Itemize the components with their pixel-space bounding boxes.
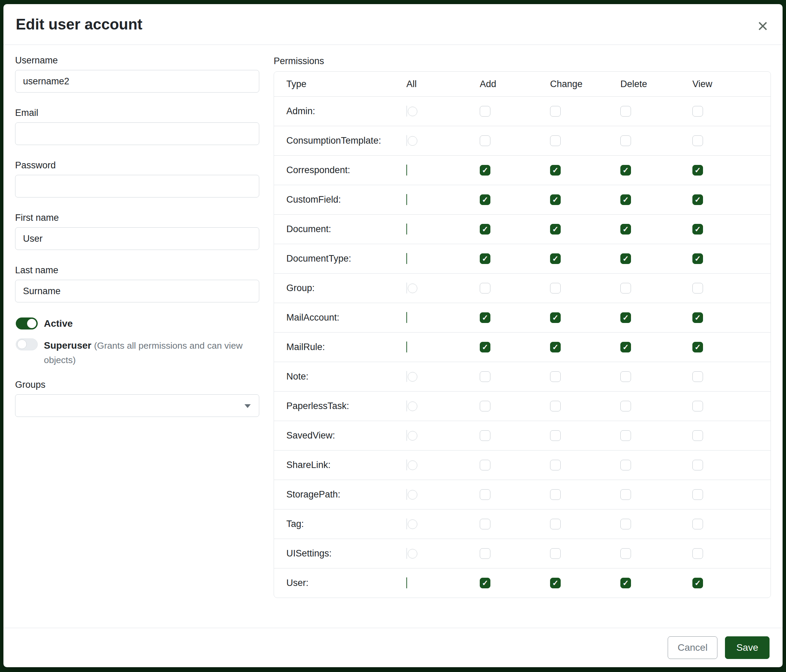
cancel-button[interactable]: Cancel bbox=[668, 636, 717, 659]
email-field[interactable] bbox=[15, 122, 259, 145]
permission-add-checkbox[interactable]: ✓ bbox=[480, 578, 490, 588]
permission-change-checkbox[interactable] bbox=[550, 489, 561, 500]
permission-add-checkbox[interactable] bbox=[480, 283, 490, 294]
permission-delete-checkbox[interactable]: ✓ bbox=[620, 578, 631, 588]
superuser-toggle[interactable] bbox=[16, 338, 38, 350]
permission-view-checkbox[interactable]: ✓ bbox=[692, 342, 703, 352]
permission-view-checkbox[interactable] bbox=[692, 489, 703, 500]
permission-delete-checkbox[interactable]: ✓ bbox=[620, 224, 631, 234]
permission-change-checkbox[interactable]: ✓ bbox=[550, 253, 561, 264]
permission-change-checkbox[interactable] bbox=[550, 106, 561, 116]
permission-all-toggle[interactable] bbox=[406, 489, 407, 500]
permission-add-checkbox[interactable] bbox=[480, 106, 490, 116]
permission-delete-checkbox[interactable] bbox=[620, 135, 631, 146]
permission-change-checkbox[interactable] bbox=[550, 430, 561, 441]
permission-delete-checkbox[interactable] bbox=[620, 519, 631, 529]
permission-view-checkbox[interactable] bbox=[692, 371, 703, 382]
permission-all-toggle[interactable] bbox=[406, 312, 407, 323]
permission-delete-checkbox[interactable]: ✓ bbox=[620, 312, 631, 323]
permission-view-checkbox[interactable] bbox=[692, 283, 703, 294]
permission-change-checkbox[interactable]: ✓ bbox=[550, 342, 561, 352]
permission-view-checkbox[interactable] bbox=[692, 106, 703, 116]
permission-delete-checkbox[interactable] bbox=[620, 106, 631, 116]
username-input[interactable] bbox=[15, 70, 259, 93]
permission-all-toggle[interactable] bbox=[406, 341, 407, 352]
permission-all-toggle[interactable] bbox=[406, 371, 407, 382]
permission-delete-checkbox[interactable]: ✓ bbox=[620, 253, 631, 264]
permission-add-checkbox[interactable]: ✓ bbox=[480, 312, 490, 323]
permission-all-toggle[interactable] bbox=[406, 283, 407, 294]
permission-change-checkbox[interactable]: ✓ bbox=[550, 195, 561, 205]
permission-add-checkbox[interactable] bbox=[480, 401, 490, 411]
permission-all-toggle[interactable] bbox=[406, 518, 407, 529]
first-name-field[interactable] bbox=[15, 227, 259, 250]
permission-view-checkbox[interactable] bbox=[692, 519, 703, 529]
permission-add-checkbox[interactable] bbox=[480, 519, 490, 529]
save-button[interactable]: Save bbox=[725, 636, 770, 659]
permission-all-toggle[interactable] bbox=[406, 223, 407, 234]
permission-view-checkbox[interactable]: ✓ bbox=[692, 578, 703, 588]
permission-all-toggle[interactable] bbox=[406, 400, 407, 411]
permission-view-checkbox[interactable] bbox=[692, 401, 703, 411]
permission-change-checkbox[interactable] bbox=[550, 283, 561, 294]
permission-all-toggle[interactable] bbox=[406, 430, 407, 441]
permission-add-checkbox[interactable] bbox=[480, 460, 490, 470]
permission-view-checkbox[interactable]: ✓ bbox=[692, 195, 703, 205]
permission-view-checkbox[interactable]: ✓ bbox=[692, 165, 703, 176]
toggle-knob bbox=[408, 136, 417, 146]
permission-delete-checkbox[interactable] bbox=[620, 489, 631, 500]
permission-change-checkbox[interactable] bbox=[550, 460, 561, 470]
permission-delete-checkbox[interactable] bbox=[620, 430, 631, 441]
permission-change-checkbox[interactable] bbox=[550, 371, 561, 382]
permission-add-checkbox[interactable]: ✓ bbox=[480, 224, 490, 234]
permission-add-checkbox[interactable] bbox=[480, 430, 490, 441]
groups-select[interactable] bbox=[15, 394, 259, 417]
permission-add-checkbox[interactable]: ✓ bbox=[480, 253, 490, 264]
permission-view-checkbox[interactable]: ✓ bbox=[692, 312, 703, 323]
permission-all-toggle[interactable] bbox=[406, 194, 407, 205]
permission-add-checkbox[interactable] bbox=[480, 371, 490, 382]
permission-change-checkbox[interactable] bbox=[550, 401, 561, 411]
permission-view-checkbox[interactable] bbox=[692, 460, 703, 470]
last-name-field[interactable] bbox=[15, 280, 259, 302]
permission-all-toggle[interactable] bbox=[406, 253, 407, 264]
permission-delete-checkbox[interactable] bbox=[620, 283, 631, 294]
permission-add-checkbox[interactable]: ✓ bbox=[480, 195, 490, 205]
permission-all-toggle[interactable] bbox=[406, 105, 407, 116]
active-toggle[interactable] bbox=[16, 317, 38, 330]
permission-add-checkbox[interactable] bbox=[480, 135, 490, 146]
permissions-row: ShareLink: bbox=[274, 450, 770, 480]
permission-delete-checkbox[interactable] bbox=[620, 401, 631, 411]
permission-delete-checkbox[interactable] bbox=[620, 548, 631, 559]
permission-all-toggle[interactable] bbox=[406, 459, 407, 470]
password-label: Password bbox=[15, 160, 259, 171]
permission-change-checkbox[interactable]: ✓ bbox=[550, 578, 561, 588]
permission-view-checkbox[interactable]: ✓ bbox=[692, 224, 703, 234]
permission-delete-checkbox[interactable]: ✓ bbox=[620, 165, 631, 176]
permission-all-toggle[interactable] bbox=[406, 577, 407, 588]
permission-all-toggle[interactable] bbox=[406, 548, 407, 559]
permission-change-checkbox[interactable]: ✓ bbox=[550, 312, 561, 323]
permission-delete-checkbox[interactable]: ✓ bbox=[620, 195, 631, 205]
permission-view-checkbox[interactable] bbox=[692, 548, 703, 559]
permission-all-toggle[interactable] bbox=[406, 165, 407, 176]
permission-add-checkbox[interactable] bbox=[480, 548, 490, 559]
permission-add-checkbox[interactable]: ✓ bbox=[480, 342, 490, 352]
permission-change-checkbox[interactable] bbox=[550, 548, 561, 559]
permission-change-checkbox[interactable]: ✓ bbox=[550, 224, 561, 234]
permission-delete-checkbox[interactable] bbox=[620, 460, 631, 470]
permission-delete-checkbox[interactable] bbox=[620, 371, 631, 382]
permission-view-checkbox[interactable]: ✓ bbox=[692, 253, 703, 264]
permission-delete-checkbox[interactable]: ✓ bbox=[620, 342, 631, 352]
permission-change-checkbox[interactable] bbox=[550, 519, 561, 529]
permission-add-checkbox[interactable]: ✓ bbox=[480, 165, 490, 176]
permission-change-checkbox[interactable] bbox=[550, 135, 561, 146]
password-group: Password bbox=[15, 160, 259, 198]
permission-change-checkbox[interactable]: ✓ bbox=[550, 165, 561, 176]
permission-view-checkbox[interactable] bbox=[692, 430, 703, 441]
permission-view-checkbox[interactable] bbox=[692, 135, 703, 146]
permission-all-toggle[interactable] bbox=[406, 135, 407, 146]
permission-add-checkbox[interactable] bbox=[480, 489, 490, 500]
close-icon[interactable]: × bbox=[756, 16, 770, 35]
password-field[interactable] bbox=[15, 175, 259, 198]
